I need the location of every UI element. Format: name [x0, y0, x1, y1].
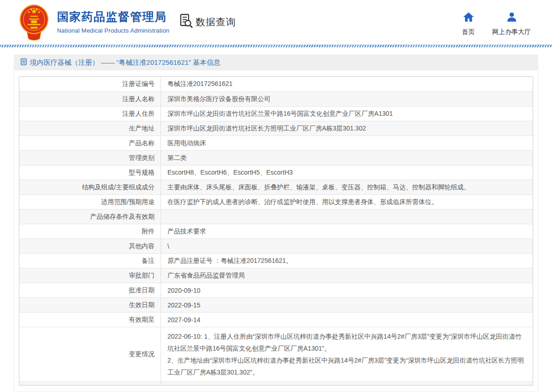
row-label: 注册证编号: [19, 77, 161, 91]
row-label: 附件: [19, 224, 161, 239]
table-row: 生效日期 2022-09-15: [19, 297, 533, 312]
row-value: 2020-09-10: [161, 283, 533, 297]
site-header: 国家药品监督管理局 National Medical Products Admi…: [0, 0, 552, 45]
row-label: 适用范围/预期用途: [19, 195, 161, 209]
row-value: 2027-09-14: [161, 312, 533, 327]
brand-title: 国家药品监督管理局: [57, 9, 169, 24]
row-value: EscortH8、EscortH6、EscortH5、EscortH3: [161, 165, 533, 180]
brand-subtitle: National Medical Products Administration: [57, 27, 169, 34]
registration-info-table: 注册证编号 粤械注准20172561621 注册人名称 深圳市美格尔医疗设备股份…: [19, 76, 533, 386]
row-value: 医用电动病床: [161, 136, 533, 150]
table-row-partial: [19, 381, 533, 385]
national-emblem-logo: [16, 3, 52, 42]
table-row: 审批部门 广东省食品药品监督管理局: [19, 268, 533, 283]
nav-home[interactable]: 首页: [462, 12, 475, 36]
row-label: 管理类别: [19, 151, 161, 165]
national-emblem-icon: [16, 3, 52, 42]
row-label: 产品储存条件及有效期: [19, 210, 161, 224]
row-label: 其他内容: [19, 239, 161, 253]
row-value: 广东省食品药品监督管理局: [161, 268, 533, 283]
row-value: 深圳市坪山区龙田街道竹坑社区长方照明工业厂区厂房A栋3层301.302: [161, 121, 533, 136]
row-label: 备注: [19, 254, 161, 268]
content-container: 境内医疗器械（注册） —— “粤械注准20172561621” 基本信息 注册证…: [14, 55, 538, 392]
table-row: 结构及组成/主要组成成分 主要由床体、床头尾板、床面板、折叠护栏、输液架、桌板、…: [19, 180, 533, 194]
table-row: 注册人名称 深圳市美格尔医疗设备股份有限公司: [19, 91, 533, 106]
nav-home-label: 首页: [462, 28, 475, 36]
row-label: 注册人名称: [19, 92, 161, 106]
nav-online-hall[interactable]: 网上办事大厅: [492, 12, 531, 36]
table-row: 型号规格 EscortH8、EscortH6、EscortH5、EscortH3: [19, 165, 533, 180]
row-value: [161, 382, 533, 385]
row-value: [161, 210, 533, 224]
row-value: 深圳市坪山区龙田街道竹坑社区兰景中路16号国富文化创意产业厂区厂房A1301: [161, 107, 533, 121]
table-row: 批准日期 2020-09-10: [19, 283, 533, 297]
table-row: 注册人住所 深圳市坪山区龙田街道竹坑社区兰景中路16号国富文化创意产业厂区厂房A…: [19, 106, 533, 121]
row-label: 注册人住所: [19, 107, 161, 121]
table-row: 注册证编号 粤械注准20172561621: [19, 77, 533, 91]
table-row: 备注 原产品注册证号 ：粤械注准20172561621。: [19, 253, 533, 268]
row-value: 2022-09-15: [161, 298, 533, 312]
table-row: 附件 产品技术要求: [19, 224, 533, 239]
document-icon: [21, 58, 27, 67]
row-value: 粤械注准20172561621: [161, 77, 533, 91]
document-search-icon: [179, 13, 194, 30]
row-label: 结构及组成/主要组成成分: [19, 180, 161, 194]
row-value: 第二类: [161, 151, 533, 165]
row-value: 产品技术要求: [161, 224, 533, 239]
row-label: 批准日期: [19, 283, 161, 297]
row-label: 型号规格: [19, 165, 161, 180]
brand-block[interactable]: 国家药品监督管理局 National Medical Products Admi…: [57, 9, 169, 34]
header-nav: 首页 网上办事大厅: [462, 12, 531, 36]
page-title: 境内医疗器械（注册） —— “粤械注准20172561621” 基本信息: [30, 58, 220, 67]
page-title-bar: 境内医疗器械（注册） —— “粤械注准20172561621” 基本信息: [14, 55, 538, 70]
table-row: 有效期至 2027-09-14: [19, 312, 533, 327]
table-row: 适用范围/预期用途 在医疗监护下的成人患者的诊断、治疗或监护时使用、用以支撑患者…: [19, 194, 533, 209]
user-icon: [506, 12, 517, 24]
row-label: 生产地址: [19, 121, 161, 136]
row-label: 有效期至: [19, 312, 161, 327]
row-label: [19, 382, 161, 385]
data-query-label: 数据查询: [196, 16, 236, 28]
row-value: 深圳市美格尔医疗设备股份有限公司: [161, 92, 533, 106]
row-value: 主要由床体、床头尾板、床面板、折叠护栏、输液架、桌板、变压器、控制箱、马达、控制…: [161, 180, 533, 194]
data-query-section[interactable]: 数据查询: [179, 13, 236, 30]
table-row: 管理类别 第二类: [19, 150, 533, 165]
row-label: 产品名称: [19, 136, 161, 150]
row-label: 生效日期: [19, 298, 161, 312]
row-value: 原产品注册证号 ：粤械注准20172561621。: [161, 254, 533, 268]
table-row: 产品名称 医用电动病床: [19, 136, 533, 150]
table-row: 其他内容 \: [19, 239, 533, 253]
row-label: 变更情况: [19, 327, 161, 381]
row-value: 在医疗监护下的成人患者的诊断、治疗或监护时使用、用以支撑患者身体、形成临床所需体…: [161, 195, 533, 209]
row-value: \: [161, 239, 533, 253]
home-icon: [463, 12, 474, 24]
table-row: 产品储存条件及有效期: [19, 209, 533, 224]
nav-online-hall-label: 网上办事大厅: [492, 28, 531, 36]
row-label: 审批部门: [19, 268, 161, 283]
row-value: 2022-06-10: 1、注册人住所由“深圳市坪山区坑梓街道办事处秀新社区中兴…: [161, 327, 533, 381]
table-row-change-history: 变更情况 2022-06-10: 1、注册人住所由“深圳市坪山区坑梓街道办事处秀…: [19, 327, 533, 381]
table-row: 生产地址 深圳市坪山区龙田街道竹坑社区长方照明工业厂区厂房A栋3层301.302: [19, 121, 533, 136]
header-divider-band: [0, 45, 552, 47]
